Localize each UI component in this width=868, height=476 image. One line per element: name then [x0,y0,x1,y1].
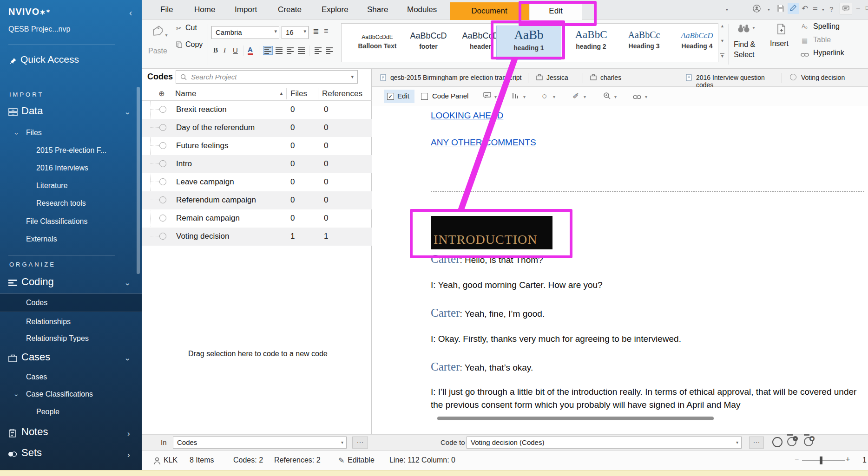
numbered-list-icon[interactable]: ≡ [324,27,328,35]
menu-explore[interactable]: Explore [322,5,349,14]
table-row[interactable]: Remain campaign00 [142,209,372,228]
sidebar-item-coding[interactable]: Coding [21,276,54,288]
hyperlink-button[interactable]: Hyperlink [813,49,844,57]
paste-button[interactable]: Paste [148,47,167,55]
style-balloon-text[interactable]: AaBbCcDdE Balloon Text [350,26,405,60]
align-right-button[interactable] [286,46,295,54]
table-row[interactable]: Day of the referendum00 [142,119,372,137]
sidebar-item-file-classifications[interactable]: File Classifications [26,217,87,226]
tab-voting-decision[interactable]: Voting decision [785,69,855,87]
italic-button[interactable]: I [224,46,226,54]
column-header-files[interactable]: Files [290,89,307,98]
menu-home[interactable]: Home [194,5,215,14]
table-row[interactable]: Future feelings00 [142,137,372,155]
font-size-select[interactable]: 16▾ [282,26,309,39]
sidebar-item-quick-access[interactable]: Quick Access [20,54,79,65]
sidebar-item-relationships[interactable]: Relationships [26,318,71,326]
menu-create[interactable]: Create [278,5,302,14]
sidebar-scrollbar[interactable] [137,87,140,274]
spread-coding-icon[interactable]: ◆ [804,437,813,446]
maximize-icon[interactable]: □ [866,4,868,11]
decrease-indent-button[interactable] [314,46,322,54]
status-editable[interactable]: Editable [348,456,375,464]
zoom-in-button[interactable]: + [846,455,850,463]
justify-button[interactable] [297,46,306,54]
chevron-down-icon[interactable]: ▾ [584,94,586,99]
menu-import[interactable]: Import [235,5,257,14]
insert-page-icon[interactable] [776,24,787,37]
sidebar-item-sets[interactable]: Sets [21,447,42,459]
tab-charles[interactable]: charles [585,69,631,87]
more-button[interactable]: ··· [352,437,368,449]
feedback-icon[interactable] [840,3,852,14]
in-dropdown[interactable]: Codes ▾ [173,437,347,449]
table-row[interactable]: Voting decision11 [142,228,372,246]
bullet-list-icon[interactable]: ≣ [313,27,319,36]
chevron-down-icon[interactable]: › [123,283,132,286]
binoculars-icon[interactable]: ▾ [737,24,755,35]
toolbar-options-icon[interactable]: ⚌ [813,5,818,11]
minimize-icon[interactable]: − [856,4,860,13]
chevron-right-icon[interactable]: › [127,429,130,438]
tab-document[interactable]: Document [450,2,529,20]
help-icon[interactable]: ? [829,5,833,13]
spelling-button[interactable]: Spelling [813,22,840,31]
sidebar-item-cases-sub[interactable]: Cases [26,373,47,381]
chevron-right-icon[interactable]: › [127,450,130,460]
align-center-button[interactable] [275,46,283,54]
column-header-name[interactable]: Name [175,89,196,98]
chevron-down-icon[interactable]: ▾ [523,94,526,99]
sidebar-item-2015-pre-election[interactable]: 2015 Pre-election F... [36,146,106,155]
table-row[interactable]: Referendum campaign00 [142,191,372,209]
sidebar-item-2016-interviews[interactable]: 2016 Interviews [36,164,88,172]
font-family-select[interactable]: Cambria▾ [211,26,279,39]
menu-modules[interactable]: Modules [407,5,437,14]
paste-tag-icon[interactable]: ▾ [151,25,167,39]
tab-qesb-2015-transcript[interactable]: qesb-2015 Birmingham pre election transc… [376,69,525,87]
edit-toggle[interactable]: ✓ Edit [384,90,414,103]
column-header-references[interactable]: References [322,89,362,98]
user-icon[interactable] [753,5,761,14]
style-heading-1[interactable]: AaBb heading 1 [496,26,561,60]
gallery-expand-icon[interactable]: ▼ [720,53,724,59]
font-color-button[interactable]: A [248,46,253,55]
table-button[interactable]: Table [813,36,831,44]
insert-button[interactable]: Insert [770,39,789,48]
sidebar-item-people[interactable]: People [36,408,59,416]
underline-button[interactable]: U [233,46,238,54]
doc-link-any-other-comments[interactable]: ANY OTHER COMMENTS [431,137,536,148]
table-row[interactable]: Brexit reaction00 [142,101,372,119]
comment-icon[interactable] [483,92,491,101]
sidebar-item-data[interactable]: Data [21,105,43,117]
code-circle-icon[interactable]: ○ [542,91,547,101]
style-heading-3[interactable]: AaBbCc Heading 3 [617,26,671,60]
sidebar-item-cases[interactable]: Cases [21,351,50,363]
uncode-icon[interactable]: × [787,437,796,446]
chevron-down-icon[interactable]: ▾ [494,94,497,99]
chevron-down-icon[interactable]: › [123,112,132,115]
sidebar-item-literature[interactable]: Literature [36,182,68,190]
gallery-scroll-up-icon[interactable]: ▲ [720,24,724,28]
zoom-out-button[interactable]: − [795,455,799,463]
document-editor[interactable]: LOOKING AHEAD ANY OTHER COMMENTS INTRODU… [372,106,868,434]
table-row[interactable]: Intro00 [142,155,372,173]
chevron-down-icon[interactable]: ▾ [553,94,555,99]
increase-indent-button[interactable] [325,46,334,54]
gallery-scroll-down-icon[interactable]: ▼ [720,39,724,43]
chevron-down-icon[interactable]: › [13,133,20,135]
sidebar-item-relationship-types[interactable]: Relationship Types [26,334,89,343]
cut-button[interactable]: Cut [185,24,197,32]
zoom-slider-thumb[interactable] [820,456,822,464]
chevron-down-icon[interactable]: › [123,358,132,361]
style-heading-4[interactable]: AaBbCcD Heading 4 [670,26,724,60]
sidebar-collapse-icon[interactable]: ‹ [129,7,132,18]
sidebar-item-case-classifications[interactable]: Case Classifications [26,390,93,398]
highlight-icon[interactable]: ✐ [572,91,579,101]
horizontal-scrollbar[interactable] [437,417,714,420]
menu-share[interactable]: Share [367,5,388,14]
sidebar-item-research-tools[interactable]: Research tools [36,199,86,208]
style-heading-2[interactable]: AaBbC heading 2 [564,26,618,60]
chevron-down-icon[interactable]: ▾ [645,94,647,99]
menu-file[interactable]: File [160,5,173,14]
table-row[interactable]: Leave campaign00 [142,173,372,191]
